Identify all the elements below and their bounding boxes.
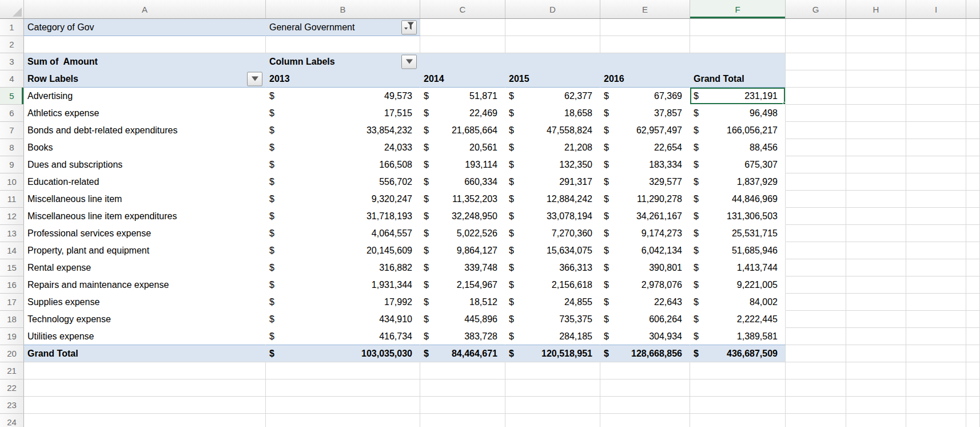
cell-D18[interactable]: $735,375 [505, 311, 600, 328]
cell-A13[interactable]: Professional services expense [24, 225, 266, 242]
cell-C20[interactable]: $84,464,671 [420, 345, 505, 362]
cell-F8[interactable]: $88,456 [690, 139, 786, 156]
row-header-22[interactable]: 22 [0, 379, 24, 397]
cell-B22[interactable] [266, 379, 420, 397]
cell-D10[interactable]: $291,317 [505, 173, 600, 191]
cell-H1[interactable] [846, 19, 906, 36]
cell-H19[interactable] [846, 328, 906, 345]
cell-I8[interactable] [906, 139, 966, 156]
cell-I5[interactable] [906, 88, 966, 105]
column-labels-dropdown[interactable] [401, 54, 417, 69]
cell-D9[interactable]: $132,350 [505, 156, 600, 173]
cell-E5[interactable]: $67,369 [600, 88, 690, 105]
cell-A22[interactable] [24, 379, 266, 397]
row-header-21[interactable]: 21 [0, 362, 24, 379]
cell-H20[interactable] [846, 345, 906, 362]
cell-A12[interactable]: Miscellaneous line item expenditures [24, 208, 266, 225]
cell-I19[interactable] [906, 328, 966, 345]
cell-B23[interactable] [266, 397, 420, 414]
cell-A14[interactable]: Property, plant and equipment [24, 242, 266, 259]
cell-H4[interactable] [846, 70, 906, 88]
cell-D12[interactable]: $33,078,194 [505, 208, 600, 225]
column-header-D[interactable]: D [505, 0, 600, 18]
cell-A6[interactable]: Athletics expense [24, 105, 266, 122]
cell-H13[interactable] [846, 225, 906, 242]
cell-G11[interactable] [786, 191, 846, 208]
cell-B4[interactable]: 2013 [266, 70, 420, 88]
cell-G15[interactable] [786, 259, 846, 276]
select-all-button[interactable] [0, 0, 24, 18]
cell-H8[interactable] [846, 139, 906, 156]
cell-H2[interactable] [846, 36, 906, 53]
row-header-14[interactable]: 14 [0, 242, 24, 259]
cell-F1[interactable] [690, 19, 786, 36]
cell-B10[interactable]: $556,702 [266, 173, 420, 191]
cell-D11[interactable]: $12,884,242 [505, 191, 600, 208]
cell-F6[interactable]: $96,498 [690, 105, 786, 122]
cell-I20[interactable] [906, 345, 966, 362]
cell-D13[interactable]: $7,270,360 [505, 225, 600, 242]
cell-B24[interactable] [266, 414, 420, 427]
cell-E12[interactable]: $34,261,167 [600, 208, 690, 225]
cell-F18[interactable]: $2,222,445 [690, 311, 786, 328]
cell-A20[interactable]: Grand Total [24, 345, 266, 362]
cell-B16[interactable]: $1,931,344 [266, 276, 420, 294]
cell-I2[interactable] [906, 36, 966, 53]
cell-A18[interactable]: Technology expense [24, 311, 266, 328]
cell-A1[interactable]: Category of Gov [24, 19, 266, 36]
cell-D2[interactable] [505, 36, 600, 53]
cell-E1[interactable] [600, 19, 690, 36]
cell-B13[interactable]: $4,064,557 [266, 225, 420, 242]
cell-F22[interactable] [690, 379, 786, 397]
cell-E24[interactable] [600, 414, 690, 427]
cell-F7[interactable]: $166,056,217 [690, 122, 786, 139]
cell-H5[interactable] [846, 88, 906, 105]
cell-F21[interactable] [690, 362, 786, 379]
row-header-11[interactable]: 11 [0, 191, 24, 208]
cell-D24[interactable] [505, 414, 600, 427]
cell-E18[interactable]: $606,264 [600, 311, 690, 328]
cell-D16[interactable]: $2,156,618 [505, 276, 600, 294]
cell-G18[interactable] [786, 311, 846, 328]
cell-H3[interactable] [846, 53, 906, 70]
cell-F23[interactable] [690, 397, 786, 414]
cell-E22[interactable] [600, 379, 690, 397]
cell-C7[interactable]: $21,685,664 [420, 122, 505, 139]
cell-B1[interactable]: General Government [266, 19, 420, 36]
cell-D5[interactable]: $62,377 [505, 88, 600, 105]
cell-G9[interactable] [786, 156, 846, 173]
cell-H21[interactable] [846, 362, 906, 379]
cell-E14[interactable]: $6,042,134 [600, 242, 690, 259]
cell-I18[interactable] [906, 311, 966, 328]
cell-F17[interactable]: $84,002 [690, 294, 786, 311]
cell-H10[interactable] [846, 173, 906, 191]
cell-C13[interactable]: $5,022,526 [420, 225, 505, 242]
selected-cell[interactable]: $231,191 [690, 88, 786, 105]
cell-I11[interactable] [906, 191, 966, 208]
cell-I13[interactable] [906, 225, 966, 242]
cell-H11[interactable] [846, 191, 906, 208]
cell-E6[interactable]: $37,857 [600, 105, 690, 122]
cell-D21[interactable] [505, 362, 600, 379]
cell-G21[interactable] [786, 362, 846, 379]
cell-I16[interactable] [906, 276, 966, 294]
cell-G16[interactable] [786, 276, 846, 294]
cell-B6[interactable]: $17,515 [266, 105, 420, 122]
row-header-23[interactable]: 23 [0, 397, 24, 414]
cell-A10[interactable]: Education-related [24, 173, 266, 191]
cell-C19[interactable]: $383,728 [420, 328, 505, 345]
cell-H7[interactable] [846, 122, 906, 139]
cell-D3[interactable] [505, 53, 600, 70]
cell-C9[interactable]: $193,114 [420, 156, 505, 173]
cell-H14[interactable] [846, 242, 906, 259]
cell-E16[interactable]: $2,978,076 [600, 276, 690, 294]
cell-F20[interactable]: $436,687,509 [690, 345, 786, 362]
cell-D14[interactable]: $15,634,075 [505, 242, 600, 259]
cell-C12[interactable]: $32,248,950 [420, 208, 505, 225]
cell-F14[interactable]: $51,685,946 [690, 242, 786, 259]
cell-C5[interactable]: $51,871 [420, 88, 505, 105]
row-labels-dropdown[interactable] [247, 72, 262, 86]
cell-F11[interactable]: $44,846,969 [690, 191, 786, 208]
row-header-15[interactable]: 15 [0, 259, 24, 276]
cell-I10[interactable] [906, 173, 966, 191]
